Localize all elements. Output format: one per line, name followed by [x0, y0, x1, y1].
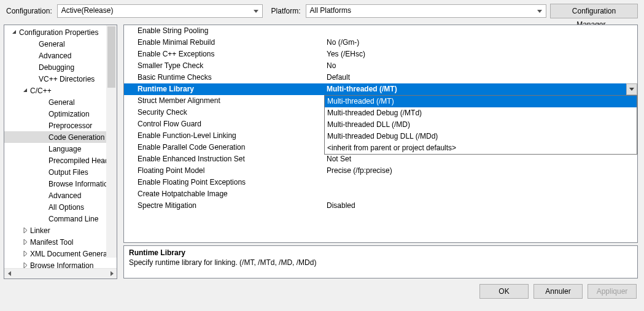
tree-cc-item[interactable]: Precompiled Heade	[4, 155, 117, 166]
property-label: Control Flow Guard	[124, 118, 324, 130]
property-label: Enable Floating Point Exceptions	[124, 177, 324, 188]
configuration-combo[interactable]: Active(Release)	[57, 4, 263, 18]
property-label: Basic Runtime Checks	[124, 72, 324, 83]
apply-button[interactable]: Appliquer	[588, 284, 637, 299]
configuration-label: Configuration:	[6, 7, 52, 15]
expand-icon[interactable]	[21, 239, 29, 246]
expand-icon[interactable]	[21, 250, 29, 258]
property-row[interactable]: Enable Enhanced Instruction Set Not Set	[124, 153, 637, 165]
tree-item[interactable]: VC++ Directories	[4, 73, 117, 85]
collapse-icon[interactable]	[21, 87, 29, 94]
tree-cc-item[interactable]: General	[4, 96, 117, 108]
tree-item[interactable]: Linker	[4, 225, 117, 236]
description-title: Runtime Library	[129, 248, 632, 257]
property-label: Spectre Mitigation	[124, 200, 324, 212]
runtime-library-dropdown[interactable]: Multi-threaded (/MT)Multi-threaded Debug…	[324, 95, 637, 155]
tree-cc[interactable]: C/C++	[4, 85, 117, 96]
collapse-icon[interactable]	[10, 29, 18, 36]
dropdown-item[interactable]: Multi-threaded Debug (/MTd)	[325, 107, 637, 119]
tree-cc-item[interactable]: Output Files	[4, 166, 117, 178]
tree-root[interactable]: Configuration Properties	[4, 26, 117, 38]
property-label: Enable C++ Exceptions	[124, 48, 324, 60]
tree-item[interactable]: General	[4, 38, 117, 50]
property-value[interactable]: Multi-threaded (/MT)	[324, 83, 637, 95]
property-value[interactable]: Not Set	[324, 153, 637, 165]
tree-cc-item[interactable]: Language	[4, 143, 117, 155]
tree-item[interactable]: Debugging	[4, 61, 117, 73]
property-value[interactable]	[324, 188, 637, 200]
property-label: Enable Function-Level Linking	[124, 130, 324, 142]
property-row[interactable]: Spectre Mitigation Disabled	[124, 200, 637, 212]
property-label: Enable Parallel Code Generation	[124, 142, 324, 153]
property-row[interactable]: Smaller Type Check No	[124, 60, 637, 72]
dropdown-item[interactable]: Multi-threaded DLL (/MD)	[325, 119, 637, 131]
tree-hscrollbar[interactable]	[4, 268, 117, 278]
property-label: Runtime Library	[124, 83, 324, 95]
tree-item[interactable]: Advanced	[4, 50, 117, 61]
property-row[interactable]: Create Hotpatchable Image	[124, 188, 637, 200]
property-value[interactable]	[324, 177, 637, 188]
property-value[interactable]	[324, 25, 637, 37]
ok-button[interactable]: OK	[479, 284, 529, 299]
expand-icon[interactable]	[21, 262, 29, 269]
description-text: Specify runtime library for linking. (/M…	[129, 258, 632, 267]
property-row[interactable]: Basic Runtime Checks Default	[124, 72, 637, 83]
property-value[interactable]: Yes (/EHsc)	[324, 48, 637, 60]
description-panel: Runtime Library Specify runtime library …	[123, 245, 638, 278]
dropdown-icon[interactable]	[626, 83, 637, 95]
tree-cc-item[interactable]: Command Line	[4, 213, 117, 225]
dropdown-item[interactable]: Multi-threaded (/MT)	[325, 96, 637, 107]
property-value[interactable]: No	[324, 60, 637, 72]
platform-combo[interactable]: All Platforms	[306, 4, 546, 18]
property-row[interactable]: Floating Point Model Precise (/fp:precis…	[124, 165, 637, 177]
tree-item[interactable]: Browse Information	[4, 259, 117, 268]
property-value[interactable]: No (/Gm-)	[324, 37, 637, 48]
tree-cc-item[interactable]: Preprocessor	[4, 120, 117, 131]
property-value[interactable]: Default	[324, 72, 637, 83]
configuration-manager-button[interactable]: Configuration Manager...	[550, 4, 638, 18]
tree-panel: Configuration PropertiesGeneralAdvancedD…	[4, 25, 117, 279]
property-row[interactable]: Runtime Library Multi-threaded (/MT)	[124, 83, 637, 95]
property-grid: Enable String Pooling Enable Minimal Reb…	[123, 25, 638, 243]
tree-item[interactable]: XML Document Genera	[4, 248, 117, 259]
dropdown-item[interactable]: Multi-threaded Debug DLL (/MDd)	[325, 131, 637, 142]
tree-cc-item[interactable]: Code Generation	[4, 131, 117, 143]
expand-icon[interactable]	[21, 227, 29, 234]
property-label: Security Check	[124, 107, 324, 118]
property-label: Floating Point Model	[124, 165, 324, 177]
property-label: Enable Minimal Rebuild	[124, 37, 324, 48]
property-value[interactable]: Precise (/fp:precise)	[324, 165, 637, 177]
scroll-right-icon[interactable]	[106, 269, 117, 279]
dropdown-item[interactable]: <inherit from parent or project defaults…	[325, 142, 637, 154]
property-label: Struct Member Alignment	[124, 95, 324, 107]
property-row[interactable]: Enable C++ Exceptions Yes (/EHsc)	[124, 48, 637, 60]
property-row[interactable]: Enable Minimal Rebuild No (/Gm-)	[124, 37, 637, 48]
property-label: Smaller Type Check	[124, 60, 324, 72]
property-label: Create Hotpatchable Image	[124, 188, 324, 200]
property-label: Enable Enhanced Instruction Set	[124, 153, 324, 165]
scroll-left-icon[interactable]	[4, 269, 15, 279]
tree-cc-item[interactable]: Optimization	[4, 108, 117, 120]
property-row[interactable]: Enable Floating Point Exceptions	[124, 177, 637, 188]
property-value[interactable]: Disabled	[324, 200, 637, 212]
tree-cc-item[interactable]: Browse Information	[4, 178, 117, 190]
tree-vscrollbar[interactable]	[106, 25, 117, 258]
cancel-button[interactable]: Annuler	[533, 284, 583, 299]
tree-cc-item[interactable]: All Options	[4, 201, 117, 213]
tree-cc-item[interactable]: Advanced	[4, 190, 117, 201]
property-row[interactable]: Enable String Pooling	[124, 25, 637, 37]
tree-item[interactable]: Manifest Tool	[4, 236, 117, 248]
platform-label: Platform:	[271, 7, 301, 15]
property-label: Enable String Pooling	[124, 25, 324, 37]
